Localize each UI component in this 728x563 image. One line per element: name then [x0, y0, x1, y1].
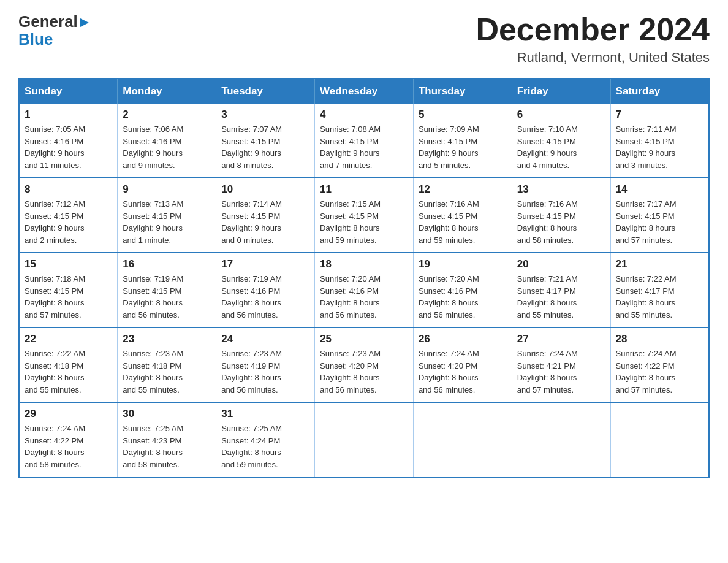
- day-info: Sunrise: 7:22 AM Sunset: 4:18 PM Dayligh…: [25, 348, 112, 396]
- day-info: Sunrise: 7:08 AM Sunset: 4:15 PM Dayligh…: [320, 123, 408, 171]
- calendar-cell: 20Sunrise: 7:21 AM Sunset: 4:17 PM Dayli…: [512, 253, 610, 327]
- calendar-cell: 18Sunrise: 7:20 AM Sunset: 4:16 PM Dayli…: [315, 253, 414, 327]
- day-number: 9: [123, 183, 211, 196]
- day-info: Sunrise: 7:23 AM Sunset: 4:18 PM Dayligh…: [123, 348, 211, 396]
- calendar-cell: 10Sunrise: 7:14 AM Sunset: 4:15 PM Dayli…: [216, 178, 315, 253]
- day-number: 30: [123, 408, 211, 420]
- calendar-cell: 7Sunrise: 7:11 AM Sunset: 4:15 PM Daylig…: [610, 104, 709, 178]
- day-number: 25: [320, 333, 408, 345]
- day-info: Sunrise: 7:24 AM Sunset: 4:22 PM Dayligh…: [616, 348, 703, 396]
- logo: General Blue: [18, 12, 90, 49]
- day-number: 19: [419, 258, 507, 270]
- logo-general-text: General: [18, 12, 78, 31]
- day-number: 23: [123, 333, 211, 345]
- day-number: 27: [517, 333, 605, 345]
- day-info: Sunrise: 7:12 AM Sunset: 4:15 PM Dayligh…: [25, 198, 112, 246]
- calendar-cell: [512, 402, 610, 477]
- day-number: 29: [25, 408, 112, 420]
- day-header-sunday: Sunday: [19, 79, 118, 104]
- day-header-saturday: Saturday: [610, 79, 709, 104]
- calendar-cell: 6Sunrise: 7:10 AM Sunset: 4:15 PM Daylig…: [512, 104, 610, 178]
- day-number: 3: [221, 109, 309, 121]
- calendar-week-3: 15Sunrise: 7:18 AM Sunset: 4:15 PM Dayli…: [19, 253, 709, 327]
- day-info: Sunrise: 7:05 AM Sunset: 4:16 PM Dayligh…: [25, 123, 112, 171]
- calendar-cell: 1Sunrise: 7:05 AM Sunset: 4:16 PM Daylig…: [19, 104, 118, 178]
- day-number: 6: [517, 109, 605, 121]
- calendar-cell: 26Sunrise: 7:24 AM Sunset: 4:20 PM Dayli…: [413, 327, 512, 402]
- logo-blue-text: Blue: [18, 30, 53, 48]
- day-number: 22: [25, 333, 112, 345]
- calendar-header: SundayMondayTuesdayWednesdayThursdayFrid…: [19, 79, 709, 104]
- day-info: Sunrise: 7:19 AM Sunset: 4:15 PM Dayligh…: [123, 273, 211, 321]
- calendar-cell: [610, 402, 709, 477]
- page-header: General Blue December 2024 Rutland, Verm…: [18, 12, 710, 66]
- calendar-cell: 15Sunrise: 7:18 AM Sunset: 4:15 PM Dayli…: [19, 253, 118, 327]
- calendar-cell: 3Sunrise: 7:07 AM Sunset: 4:15 PM Daylig…: [216, 104, 315, 178]
- day-info: Sunrise: 7:24 AM Sunset: 4:22 PM Dayligh…: [25, 423, 112, 470]
- day-header-monday: Monday: [118, 79, 216, 104]
- day-info: Sunrise: 7:13 AM Sunset: 4:15 PM Dayligh…: [123, 198, 211, 246]
- calendar-cell: 21Sunrise: 7:22 AM Sunset: 4:17 PM Dayli…: [610, 253, 709, 327]
- days-of-week-row: SundayMondayTuesdayWednesdayThursdayFrid…: [19, 79, 709, 104]
- day-number: 13: [517, 183, 605, 196]
- calendar-cell: 2Sunrise: 7:06 AM Sunset: 4:16 PM Daylig…: [118, 104, 216, 178]
- day-info: Sunrise: 7:14 AM Sunset: 4:15 PM Dayligh…: [221, 198, 309, 246]
- day-number: 1: [25, 109, 112, 121]
- day-info: Sunrise: 7:18 AM Sunset: 4:15 PM Dayligh…: [25, 273, 112, 321]
- calendar-body: 1Sunrise: 7:05 AM Sunset: 4:16 PM Daylig…: [19, 104, 709, 477]
- day-info: Sunrise: 7:21 AM Sunset: 4:17 PM Dayligh…: [517, 273, 605, 321]
- day-number: 28: [616, 333, 703, 345]
- day-info: Sunrise: 7:11 AM Sunset: 4:15 PM Dayligh…: [616, 123, 703, 171]
- calendar-cell: 16Sunrise: 7:19 AM Sunset: 4:15 PM Dayli…: [118, 253, 216, 327]
- calendar-cell: 23Sunrise: 7:23 AM Sunset: 4:18 PM Dayli…: [118, 327, 216, 402]
- calendar-cell: [413, 402, 512, 477]
- day-number: 7: [616, 109, 703, 121]
- month-title: December 2024: [476, 12, 710, 47]
- calendar-week-2: 8Sunrise: 7:12 AM Sunset: 4:15 PM Daylig…: [19, 178, 709, 253]
- calendar-cell: 9Sunrise: 7:13 AM Sunset: 4:15 PM Daylig…: [118, 178, 216, 253]
- logo-flag-icon: [79, 17, 90, 28]
- day-number: 20: [517, 258, 605, 270]
- day-header-thursday: Thursday: [413, 79, 512, 104]
- calendar-cell: 13Sunrise: 7:16 AM Sunset: 4:15 PM Dayli…: [512, 178, 610, 253]
- day-info: Sunrise: 7:06 AM Sunset: 4:16 PM Dayligh…: [123, 123, 211, 171]
- day-number: 31: [221, 408, 309, 420]
- calendar-week-4: 22Sunrise: 7:22 AM Sunset: 4:18 PM Dayli…: [19, 327, 709, 402]
- location-subtitle: Rutland, Vermont, United States: [476, 50, 710, 66]
- calendar-cell: 8Sunrise: 7:12 AM Sunset: 4:15 PM Daylig…: [19, 178, 118, 253]
- day-info: Sunrise: 7:07 AM Sunset: 4:15 PM Dayligh…: [221, 123, 309, 171]
- day-info: Sunrise: 7:20 AM Sunset: 4:16 PM Dayligh…: [320, 273, 408, 321]
- calendar-table: SundayMondayTuesdayWednesdayThursdayFrid…: [18, 78, 710, 478]
- day-info: Sunrise: 7:16 AM Sunset: 4:15 PM Dayligh…: [517, 198, 605, 246]
- day-header-tuesday: Tuesday: [216, 79, 315, 104]
- calendar-cell: 27Sunrise: 7:24 AM Sunset: 4:21 PM Dayli…: [512, 327, 610, 402]
- calendar-cell: 29Sunrise: 7:24 AM Sunset: 4:22 PM Dayli…: [19, 402, 118, 477]
- day-number: 17: [221, 258, 309, 270]
- calendar-cell: 17Sunrise: 7:19 AM Sunset: 4:16 PM Dayli…: [216, 253, 315, 327]
- day-info: Sunrise: 7:23 AM Sunset: 4:20 PM Dayligh…: [320, 348, 408, 396]
- calendar-cell: 31Sunrise: 7:25 AM Sunset: 4:24 PM Dayli…: [216, 402, 315, 477]
- day-info: Sunrise: 7:19 AM Sunset: 4:16 PM Dayligh…: [221, 273, 309, 321]
- calendar-cell: 4Sunrise: 7:08 AM Sunset: 4:15 PM Daylig…: [315, 104, 414, 178]
- day-info: Sunrise: 7:20 AM Sunset: 4:16 PM Dayligh…: [419, 273, 507, 321]
- day-number: 26: [419, 333, 507, 345]
- calendar-cell: 25Sunrise: 7:23 AM Sunset: 4:20 PM Dayli…: [315, 327, 414, 402]
- day-info: Sunrise: 7:17 AM Sunset: 4:15 PM Dayligh…: [616, 198, 703, 246]
- calendar-cell: 24Sunrise: 7:23 AM Sunset: 4:19 PM Dayli…: [216, 327, 315, 402]
- calendar-week-1: 1Sunrise: 7:05 AM Sunset: 4:16 PM Daylig…: [19, 104, 709, 178]
- calendar-cell: [315, 402, 414, 477]
- day-info: Sunrise: 7:22 AM Sunset: 4:17 PM Dayligh…: [616, 273, 703, 321]
- calendar-cell: 28Sunrise: 7:24 AM Sunset: 4:22 PM Dayli…: [610, 327, 709, 402]
- day-number: 14: [616, 183, 703, 196]
- calendar-cell: 19Sunrise: 7:20 AM Sunset: 4:16 PM Dayli…: [413, 253, 512, 327]
- title-block: December 2024 Rutland, Vermont, United S…: [476, 12, 710, 66]
- day-number: 24: [221, 333, 309, 345]
- day-header-wednesday: Wednesday: [315, 79, 414, 104]
- day-number: 11: [320, 183, 408, 196]
- calendar-cell: 14Sunrise: 7:17 AM Sunset: 4:15 PM Dayli…: [610, 178, 709, 253]
- svg-marker-0: [80, 18, 89, 27]
- day-number: 15: [25, 258, 112, 270]
- day-number: 16: [123, 258, 211, 270]
- day-info: Sunrise: 7:24 AM Sunset: 4:21 PM Dayligh…: [517, 348, 605, 396]
- calendar-cell: 11Sunrise: 7:15 AM Sunset: 4:15 PM Dayli…: [315, 178, 414, 253]
